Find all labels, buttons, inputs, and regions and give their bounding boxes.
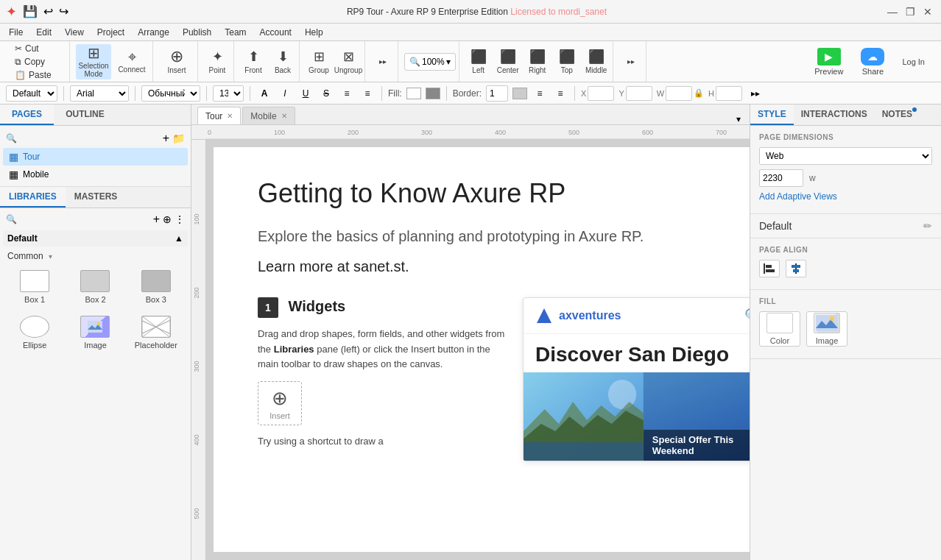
tab-masters[interactable]: MASTERS <box>66 187 127 208</box>
format-more-button[interactable]: ▸▸ <box>747 85 764 102</box>
login-button[interactable]: Log In <box>895 54 932 69</box>
insert-button[interactable]: ⊕ Insert <box>159 44 194 79</box>
fill-image-button[interactable]: Image <box>806 311 847 347</box>
strikethrough-button[interactable]: S <box>318 85 334 102</box>
search-icon: 🔍 <box>6 133 17 143</box>
align-top-button[interactable]: ⬛ Top <box>554 44 580 79</box>
align-text-right-button[interactable]: ≡ <box>359 85 376 102</box>
align-more-button[interactable]: ▸▸ <box>618 44 644 79</box>
italic-button[interactable]: I <box>277 85 293 102</box>
widget-ellipse[interactable]: Ellipse <box>6 311 63 354</box>
page-align-left-button[interactable] <box>759 260 780 277</box>
page-subtitle: Explore the basics of planning and proto… <box>258 226 750 247</box>
menu-publish[interactable]: Publish <box>177 26 217 39</box>
tab-pages[interactable]: PAGES <box>0 104 54 125</box>
style-select[interactable]: Обычный <box>141 85 200 102</box>
bold-button[interactable]: A <box>256 85 272 102</box>
minimize-button[interactable]: — <box>885 4 900 19</box>
canvas-tab-mobile[interactable]: Mobile ✕ <box>242 107 295 124</box>
align-left-button[interactable]: ⬛ Left <box>465 44 492 79</box>
lib-menu-button[interactable]: ⋮ <box>175 213 185 225</box>
font-select[interactable]: Arial <box>70 85 129 102</box>
more-button[interactable]: ▸▸ <box>370 44 396 79</box>
align-center-button[interactable]: ⬛ Center <box>495 44 521 79</box>
widget-image-label: Image <box>84 341 107 350</box>
point-button[interactable]: ✦ Point <box>204 44 230 79</box>
close-button[interactable]: ✕ <box>920 4 935 19</box>
add-folder-button[interactable]: 📁 <box>172 132 185 144</box>
insert-canvas-button[interactable]: ⊕ Insert <box>258 381 302 425</box>
add-page-button[interactable]: + <box>163 132 169 145</box>
page-align-center-button[interactable] <box>786 260 806 277</box>
canvas-tab-mobile-close[interactable]: ✕ <box>281 112 287 120</box>
canvas-tab-tour-close[interactable]: ✕ <box>227 112 233 120</box>
align-text-left-button[interactable]: ≡ <box>339 85 355 102</box>
menu-account[interactable]: Account <box>254 26 297 39</box>
add-adaptive-link[interactable]: Add Adaptive Views <box>759 191 837 202</box>
restore-button[interactable]: ❐ <box>903 4 917 19</box>
cut-button[interactable]: ✂ Cut <box>12 43 63 54</box>
edit-default-icon[interactable]: ✏ <box>923 220 932 232</box>
y-input[interactable] <box>626 86 652 101</box>
page-type-select[interactable]: Web Mobile Custom <box>759 147 932 165</box>
widget-placeholder[interactable]: Placeholder <box>127 311 185 354</box>
page-item-tour[interactable]: ▦ Tour <box>3 148 188 166</box>
size-select[interactable]: 13 <box>213 85 244 102</box>
front-button[interactable]: ⬆ Front <box>240 44 267 79</box>
preview-button[interactable]: ▶ Preview <box>807 45 850 79</box>
menu-help[interactable]: Help <box>299 26 329 39</box>
tab-libraries[interactable]: LIBRARIES <box>0 187 66 208</box>
canvas-tab-dropdown-button[interactable]: ▾ <box>733 114 744 124</box>
copy-button[interactable]: ⧉ Copy <box>12 56 63 68</box>
border-style-button2[interactable]: ≡ <box>552 85 568 102</box>
align-right-button[interactable]: ⬛ Right <box>524 44 551 79</box>
svg-rect-32 <box>816 315 838 331</box>
tab-notes[interactable]: NOTES <box>875 104 920 125</box>
border-color-swatch[interactable] <box>512 88 527 99</box>
travel-card-search-icon[interactable]: 🔍 <box>744 308 750 324</box>
widget-image[interactable]: Image <box>66 311 124 354</box>
menu-file[interactable]: File <box>3 26 29 39</box>
redo-icon[interactable]: ↪ <box>59 4 68 18</box>
tab-style[interactable]: STYLE <box>750 104 794 125</box>
page-select[interactable]: Default <box>6 85 57 102</box>
save-icon[interactable]: 💾 <box>23 4 38 18</box>
group-button[interactable]: ⊞ Group <box>306 44 332 79</box>
menu-arrange[interactable]: Arrange <box>132 26 175 39</box>
fill-color-swatch[interactable] <box>406 88 421 99</box>
page-item-mobile[interactable]: ▦ Mobile <box>3 166 188 183</box>
paste-button[interactable]: 📋 Paste <box>12 69 63 81</box>
connect-button[interactable]: ⌖ Connect <box>114 44 149 79</box>
add-lib-button[interactable]: + <box>153 213 160 226</box>
h-input[interactable] <box>716 86 742 101</box>
x-input[interactable] <box>588 86 614 101</box>
tab-outline[interactable]: OUTLINE <box>54 104 116 125</box>
fill-color-button[interactable]: Color <box>759 311 800 347</box>
menu-team[interactable]: Team <box>219 26 252 39</box>
canvas-tab-tour[interactable]: Tour ✕ <box>197 107 241 124</box>
widget-box2[interactable]: Box 2 <box>66 266 124 308</box>
zoom-control[interactable]: 🔍 100% ▾ <box>404 53 456 71</box>
copy-lib-button[interactable]: ⊕ <box>163 213 172 225</box>
underline-button[interactable]: U <box>297 85 314 102</box>
page-width-input[interactable] <box>759 169 803 187</box>
border-input[interactable] <box>486 85 508 102</box>
ungroup-button[interactable]: ⊠ Ungroup <box>335 44 362 79</box>
widget-box3[interactable]: Box 3 <box>127 266 185 308</box>
share-button[interactable]: ☁ Share <box>853 45 892 79</box>
border-style-button[interactable]: ≡ <box>532 85 548 102</box>
tab-interactions[interactable]: INTERACTIONS <box>794 104 875 125</box>
selection-mode-button[interactable]: ⊞ Selection Mode <box>76 44 111 79</box>
canvas-content[interactable]: 100 200 300 400 500 Getting to Know Axur… <box>191 140 750 560</box>
w-input[interactable] <box>666 86 692 101</box>
lib-section-default[interactable]: Default ▲ <box>3 230 188 247</box>
canvas-scroll[interactable]: Getting to Know Axure RP Explore the bas… <box>206 140 750 560</box>
undo-icon[interactable]: ↩ <box>43 4 53 18</box>
widget-box1[interactable]: Box 1 <box>6 266 63 308</box>
menu-view[interactable]: View <box>59 26 90 39</box>
menu-edit[interactable]: Edit <box>30 26 57 39</box>
menu-project[interactable]: Project <box>91 26 130 39</box>
back-button[interactable]: ⬇ Back <box>269 44 296 79</box>
fill-color-swatch2[interactable] <box>426 88 440 99</box>
align-middle-button[interactable]: ⬛ Middle <box>583 44 610 79</box>
